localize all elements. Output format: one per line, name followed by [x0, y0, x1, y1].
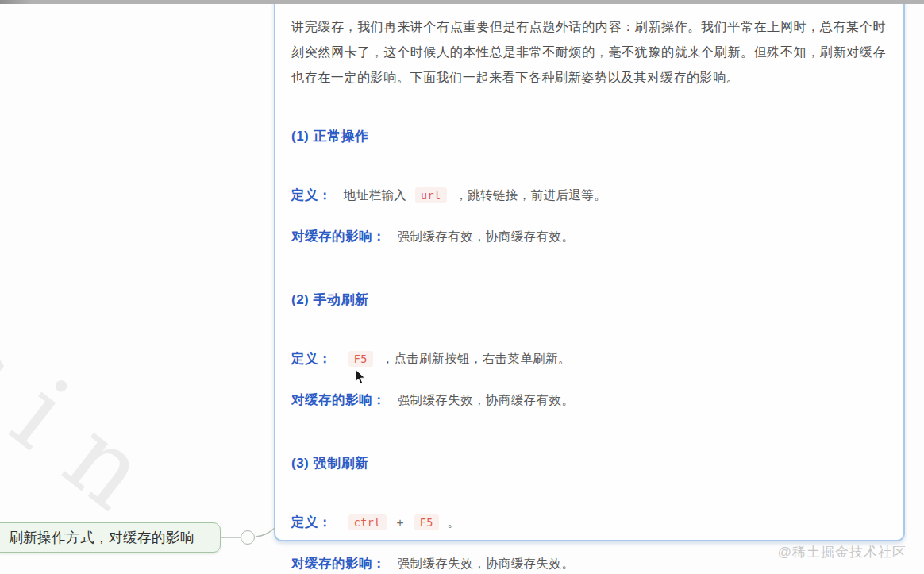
definition-pre-text: 地址栏输入	[344, 188, 407, 202]
definition-post-text: ，跳转链接，前进后退等。	[455, 188, 606, 202]
section-manual-refresh: (2) 手动刷新 定义： F5 ，点击刷新按钮，右击菜单刷新。 对缓存的影响： …	[291, 291, 886, 409]
inline-code: ctrl	[348, 514, 387, 530]
definition-row: 定义： 地址栏输入 url ，跳转链接，前进后退等。	[291, 187, 886, 204]
section-normal-operation: (1) 正常操作 定义： 地址栏输入 url ，跳转链接，前进后退等。 对缓存的…	[291, 127, 886, 245]
mindmap-node-label: 刷新操作方式，对缓存的影响	[9, 528, 194, 547]
definition-post-text: ，点击刷新按钮，右击菜单刷新。	[382, 352, 572, 365]
definition-label: 定义：	[291, 187, 332, 202]
inline-code: F5	[348, 351, 373, 367]
definition-post-text: 。	[448, 515, 460, 529]
cache-impact-label: 对缓存的影响：	[291, 392, 386, 406]
inline-code: url	[415, 187, 447, 203]
cache-impact-text: 强制缓存有效，协商缓存有效。	[398, 229, 575, 243]
section-heading: (3) 强制刷新	[291, 454, 886, 472]
window-top-bar	[0, 0, 924, 4]
definition-label: 定义：	[291, 514, 332, 529]
cache-impact-label: 对缓存的影响：	[291, 229, 386, 243]
site-watermark-text: @稀土掘金技术社区	[778, 543, 907, 561]
definition-row: 定义： F5 ，点击刷新按钮，右击菜单刷新。	[291, 350, 886, 368]
section-heading: (1) 正常操作	[291, 127, 886, 145]
note-content-panel: 讲完缓存，我们再来讲个有点重要但是有点题外话的内容：刷新操作。我们平常在上网时，…	[274, 0, 905, 541]
intro-paragraph: 讲完缓存，我们再来讲个有点重要但是有点题外话的内容：刷新操作。我们平常在上网时，…	[291, 14, 886, 91]
definition-label: 定义：	[291, 351, 332, 365]
cache-impact-row: 对缓存的影响： 强制缓存失效，协商缓存有效。	[291, 391, 886, 409]
minus-icon: −	[244, 531, 251, 543]
cache-impact-label: 对缓存的影响：	[291, 556, 386, 570]
code-joiner: +	[397, 515, 404, 529]
collapse-node-button[interactable]: −	[241, 530, 255, 545]
inline-code: F5	[414, 514, 439, 530]
diagonal-watermark-text: lsin	[0, 262, 195, 553]
cache-impact-text: 强制缓存失效，协商缓存有效。	[398, 393, 575, 406]
cache-impact-text: 强制缓存失效，协商缓存失效。	[398, 557, 575, 570]
section-heading: (2) 手动刷新	[291, 291, 886, 309]
definition-row: 定义： ctrl + F5 。	[291, 514, 886, 531]
mouse-cursor-icon	[354, 368, 367, 386]
mindmap-node-refresh-impact[interactable]: 刷新操作方式，对缓存的影响	[0, 522, 221, 553]
cache-impact-row: 对缓存的影响： 强制缓存有效，协商缓存有效。	[291, 228, 886, 245]
